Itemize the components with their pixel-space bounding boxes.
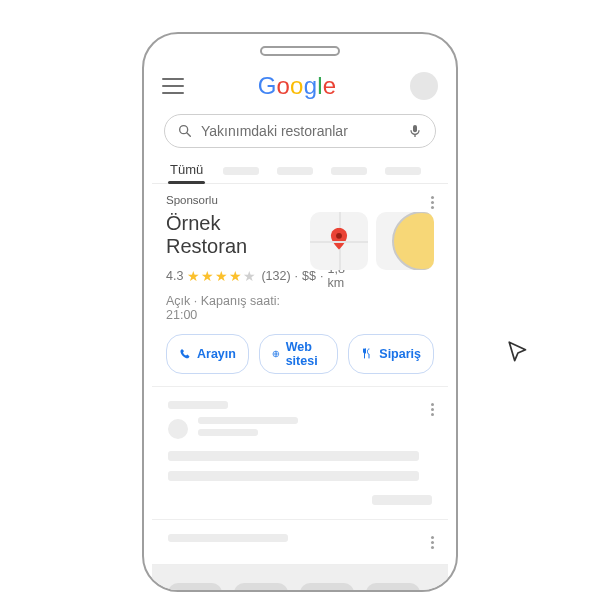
photo-thumbnail[interactable]: [376, 212, 434, 270]
sponsored-result-card: Sponsorlu Örnek Restoran 4.3 ★★★★★ (132)…: [152, 184, 448, 387]
phone-screen: Google Yakınımdaki restoranlar Tümü Sp: [152, 64, 448, 590]
review-count: (132): [261, 269, 290, 283]
search-icon: [177, 123, 193, 139]
tab-placeholder: [223, 167, 259, 175]
cutlery-icon: [361, 348, 373, 360]
microphone-icon[interactable]: [407, 123, 423, 139]
tab-placeholder: [331, 167, 367, 175]
business-title[interactable]: Örnek Restoran: [166, 212, 300, 258]
website-chip-label: Web sitesi: [286, 340, 326, 368]
rating-row: 4.3 ★★★★★ (132) · $$ · 1,8 km: [166, 262, 300, 290]
overflow-icon[interactable]: [424, 192, 440, 212]
star-icons: ★★★★★: [187, 268, 257, 284]
map-thumbnail[interactable]: [310, 212, 368, 270]
footer-links: [152, 565, 448, 590]
status-row: Açık · Kapanış saati: 21:00: [166, 294, 300, 322]
result-placeholder: [152, 387, 448, 520]
phone-speaker: [260, 46, 340, 56]
overflow-icon[interactable]: [424, 399, 440, 419]
overflow-icon[interactable]: [424, 532, 440, 552]
call-chip[interactable]: Arayın: [166, 334, 249, 374]
sponsored-label: Sponsorlu: [166, 194, 434, 206]
rating-value: 4.3: [166, 269, 183, 283]
header-bar: Google: [152, 64, 448, 104]
svg-point-0: [180, 126, 188, 134]
menu-icon[interactable]: [162, 78, 184, 94]
result-placeholder: [152, 520, 448, 565]
phone-icon: [179, 348, 191, 360]
svg-line-1: [187, 133, 190, 136]
order-chip-label: Sipariş: [379, 347, 421, 361]
svg-point-4: [336, 233, 342, 239]
tab-placeholder: [385, 167, 421, 175]
footer-link-placeholder: [168, 583, 222, 590]
map-pin-icon: [330, 228, 348, 250]
footer-link-placeholder: [234, 583, 288, 590]
search-query: Yakınımdaki restoranlar: [201, 123, 348, 139]
tab-placeholder: [277, 167, 313, 175]
footer-link-placeholder: [300, 583, 354, 590]
cursor-icon: [506, 340, 532, 366]
svg-rect-2: [413, 125, 417, 132]
website-chip[interactable]: Web sitesi: [259, 334, 338, 374]
google-logo: Google: [258, 72, 337, 100]
open-status: Açık: [166, 294, 190, 308]
tab-all[interactable]: Tümü: [168, 156, 205, 183]
tabs-bar: Tümü: [152, 156, 448, 184]
call-chip-label: Arayın: [197, 347, 236, 361]
search-input[interactable]: Yakınımdaki restoranlar: [164, 114, 436, 148]
globe-icon: [272, 348, 280, 360]
account-avatar[interactable]: [410, 72, 438, 100]
order-chip[interactable]: Sipariş: [348, 334, 434, 374]
footer-link-placeholder: [366, 583, 420, 590]
phone-frame: Google Yakınımdaki restoranlar Tümü Sp: [142, 32, 458, 592]
